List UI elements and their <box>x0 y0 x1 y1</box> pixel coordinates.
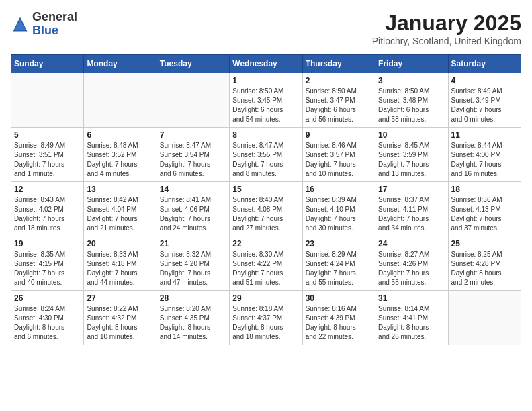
table-row: 15Sunrise: 8:40 AM Sunset: 4:08 PM Dayli… <box>230 182 302 236</box>
table-row: 17Sunrise: 8:37 AM Sunset: 4:11 PM Dayli… <box>375 182 448 236</box>
day-info: Sunrise: 8:14 AM Sunset: 4:41 PM Dayligh… <box>378 304 445 342</box>
day-number: 4 <box>451 76 518 85</box>
day-info: Sunrise: 8:20 AM Sunset: 4:35 PM Dayligh… <box>160 304 226 342</box>
table-row: 13Sunrise: 8:42 AM Sunset: 4:04 PM Dayli… <box>84 182 157 236</box>
table-row: 9Sunrise: 8:46 AM Sunset: 3:57 PM Daylig… <box>302 128 375 182</box>
day-number: 10 <box>378 130 445 140</box>
day-number: 22 <box>232 239 299 248</box>
table-row: 14Sunrise: 8:41 AM Sunset: 4:06 PM Dayli… <box>157 182 229 236</box>
calendar-table: Sunday Monday Tuesday Wednesday Thursday… <box>11 54 521 345</box>
day-info: Sunrise: 8:39 AM Sunset: 4:10 PM Dayligh… <box>306 195 372 233</box>
table-row: 4Sunrise: 8:49 AM Sunset: 3:49 PM Daylig… <box>448 73 521 128</box>
table-row: 20Sunrise: 8:33 AM Sunset: 4:18 PM Dayli… <box>84 236 157 291</box>
day-info: Sunrise: 8:33 AM Sunset: 4:18 PM Dayligh… <box>87 250 153 287</box>
day-number: 7 <box>160 130 226 140</box>
table-row: 2Sunrise: 8:50 AM Sunset: 3:47 PM Daylig… <box>302 73 375 128</box>
header-monday: Monday <box>84 55 157 73</box>
calendar-week-row: 12Sunrise: 8:43 AM Sunset: 4:02 PM Dayli… <box>11 182 521 236</box>
day-number: 9 <box>306 130 372 140</box>
month-title: January 2025 <box>372 11 521 36</box>
day-number: 2 <box>306 76 372 85</box>
day-info: Sunrise: 8:41 AM Sunset: 4:06 PM Dayligh… <box>160 195 226 233</box>
weekday-header-row: Sunday Monday Tuesday Wednesday Thursday… <box>11 55 521 73</box>
location: Pitlochry, Scotland, United Kingdom <box>372 36 521 46</box>
day-number: 6 <box>87 130 153 140</box>
table-row: 7Sunrise: 8:47 AM Sunset: 3:54 PM Daylig… <box>157 128 229 182</box>
logo-text: General Blue <box>32 11 77 38</box>
day-number: 30 <box>306 293 372 303</box>
header-friday: Friday <box>375 55 448 73</box>
day-info: Sunrise: 8:47 AM Sunset: 3:54 PM Dayligh… <box>160 141 226 179</box>
day-number: 11 <box>451 130 518 140</box>
table-row: 28Sunrise: 8:20 AM Sunset: 4:35 PM Dayli… <box>157 291 229 345</box>
calendar-week-row: 5Sunrise: 8:49 AM Sunset: 3:51 PM Daylig… <box>11 128 521 182</box>
day-number: 5 <box>14 130 81 140</box>
day-info: Sunrise: 8:50 AM Sunset: 3:48 PM Dayligh… <box>378 87 445 124</box>
day-number: 25 <box>451 239 518 248</box>
table-row: 27Sunrise: 8:22 AM Sunset: 4:32 PM Dayli… <box>84 291 157 345</box>
day-number: 23 <box>306 239 372 248</box>
day-info: Sunrise: 8:44 AM Sunset: 4:00 PM Dayligh… <box>451 141 518 179</box>
day-info: Sunrise: 8:16 AM Sunset: 4:39 PM Dayligh… <box>306 304 372 342</box>
calendar-week-row: 26Sunrise: 8:24 AM Sunset: 4:30 PM Dayli… <box>11 291 521 345</box>
title-area: January 2025 Pitlochry, Scotland, United… <box>372 11 521 46</box>
logo-general-text: General <box>32 10 77 24</box>
table-row: 19Sunrise: 8:35 AM Sunset: 4:15 PM Dayli… <box>11 236 84 291</box>
day-number: 29 <box>232 293 299 303</box>
header-sunday: Sunday <box>11 55 84 73</box>
day-info: Sunrise: 8:48 AM Sunset: 3:52 PM Dayligh… <box>87 141 153 179</box>
day-number: 27 <box>87 293 153 303</box>
table-row: 23Sunrise: 8:29 AM Sunset: 4:24 PM Dayli… <box>302 236 375 291</box>
day-number: 12 <box>14 185 81 194</box>
header-saturday: Saturday <box>448 55 521 73</box>
table-row: 22Sunrise: 8:30 AM Sunset: 4:22 PM Dayli… <box>230 236 302 291</box>
day-info: Sunrise: 8:30 AM Sunset: 4:22 PM Dayligh… <box>232 250 299 287</box>
svg-marker-1 <box>14 19 26 30</box>
day-number: 21 <box>160 239 226 248</box>
header-tuesday: Tuesday <box>157 55 229 73</box>
day-info: Sunrise: 8:42 AM Sunset: 4:04 PM Dayligh… <box>87 195 153 233</box>
day-info: Sunrise: 8:49 AM Sunset: 3:51 PM Dayligh… <box>14 141 81 179</box>
table-row: 18Sunrise: 8:36 AM Sunset: 4:13 PM Dayli… <box>448 182 521 236</box>
day-number: 19 <box>14 239 81 248</box>
day-number: 15 <box>232 185 299 194</box>
day-info: Sunrise: 8:24 AM Sunset: 4:30 PM Dayligh… <box>14 304 81 342</box>
day-number: 13 <box>87 185 153 194</box>
day-info: Sunrise: 8:25 AM Sunset: 4:28 PM Dayligh… <box>451 250 518 287</box>
day-info: Sunrise: 8:37 AM Sunset: 4:11 PM Dayligh… <box>378 195 445 233</box>
day-info: Sunrise: 8:18 AM Sunset: 4:37 PM Dayligh… <box>232 304 299 342</box>
day-info: Sunrise: 8:43 AM Sunset: 4:02 PM Dayligh… <box>14 195 81 233</box>
day-info: Sunrise: 8:27 AM Sunset: 4:26 PM Dayligh… <box>378 250 445 287</box>
day-info: Sunrise: 8:22 AM Sunset: 4:32 PM Dayligh… <box>87 304 153 342</box>
day-number: 16 <box>306 185 372 194</box>
day-number: 18 <box>451 185 518 194</box>
table-row: 16Sunrise: 8:39 AM Sunset: 4:10 PM Dayli… <box>302 182 375 236</box>
day-info: Sunrise: 8:36 AM Sunset: 4:13 PM Dayligh… <box>451 195 518 233</box>
day-info: Sunrise: 8:46 AM Sunset: 3:57 PM Dayligh… <box>306 141 372 179</box>
table-row <box>157 73 229 128</box>
table-row: 25Sunrise: 8:25 AM Sunset: 4:28 PM Dayli… <box>448 236 521 291</box>
logo: General Blue <box>11 11 77 38</box>
table-row: 11Sunrise: 8:44 AM Sunset: 4:00 PM Dayli… <box>448 128 521 182</box>
table-row: 1Sunrise: 8:50 AM Sunset: 3:45 PM Daylig… <box>230 73 302 128</box>
table-row: 29Sunrise: 8:18 AM Sunset: 4:37 PM Dayli… <box>230 291 302 345</box>
day-number: 24 <box>378 239 445 248</box>
day-info: Sunrise: 8:40 AM Sunset: 4:08 PM Dayligh… <box>232 195 299 233</box>
day-number: 31 <box>378 293 445 303</box>
day-info: Sunrise: 8:45 AM Sunset: 3:59 PM Dayligh… <box>378 141 445 179</box>
table-row: 30Sunrise: 8:16 AM Sunset: 4:39 PM Dayli… <box>302 291 375 345</box>
table-row: 8Sunrise: 8:47 AM Sunset: 3:55 PM Daylig… <box>230 128 302 182</box>
day-info: Sunrise: 8:32 AM Sunset: 4:20 PM Dayligh… <box>160 250 226 287</box>
table-row: 31Sunrise: 8:14 AM Sunset: 4:41 PM Dayli… <box>375 291 448 345</box>
logo-blue-text: Blue <box>32 24 58 37</box>
day-info: Sunrise: 8:35 AM Sunset: 4:15 PM Dayligh… <box>14 250 81 287</box>
table-row: 10Sunrise: 8:45 AM Sunset: 3:59 PM Dayli… <box>375 128 448 182</box>
table-row <box>448 291 521 345</box>
day-number: 3 <box>378 76 445 85</box>
day-info: Sunrise: 8:50 AM Sunset: 3:45 PM Dayligh… <box>232 87 299 124</box>
day-number: 14 <box>160 185 226 194</box>
day-number: 8 <box>232 130 299 140</box>
day-info: Sunrise: 8:47 AM Sunset: 3:55 PM Dayligh… <box>232 141 299 179</box>
day-info: Sunrise: 8:29 AM Sunset: 4:24 PM Dayligh… <box>306 250 372 287</box>
day-number: 1 <box>232 76 299 85</box>
